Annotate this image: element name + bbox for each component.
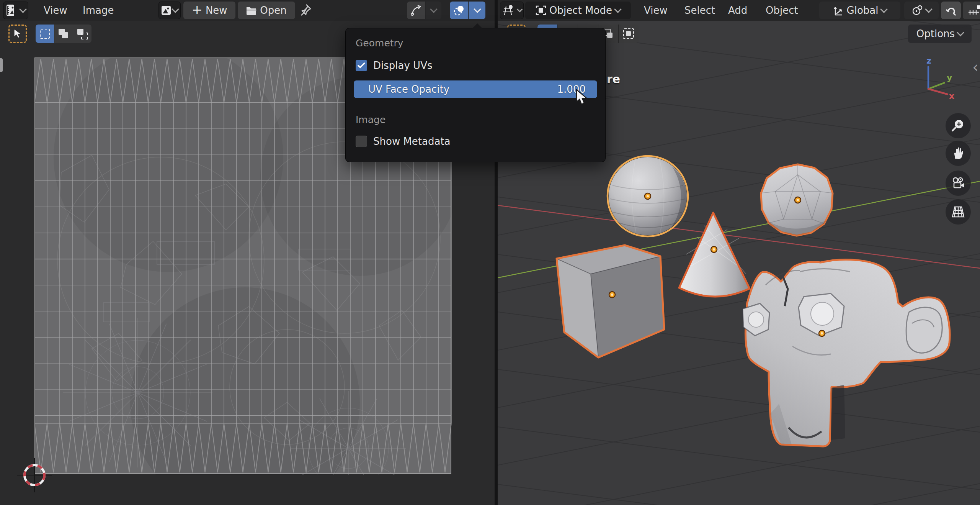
uv-2d-cursor: [17, 458, 52, 492]
zoom-button[interactable]: [946, 113, 971, 138]
pan-button[interactable]: [946, 141, 971, 166]
sidebar-collapse-arrow[interactable]: ‹: [972, 58, 978, 76]
menu-object[interactable]: Object: [762, 0, 802, 21]
chevron-down-icon: [19, 5, 27, 13]
options-dropdown[interactable]: Options: [908, 25, 972, 43]
subtract-squares-icon: [77, 28, 88, 39]
viewport-info-text-fragment: re: [607, 72, 620, 86]
display-uvs-row[interactable]: Display UVs: [356, 60, 432, 71]
folder-icon: [246, 6, 257, 15]
image-editor-icon: [6, 4, 17, 16]
chevron-down-icon: [172, 5, 179, 13]
hand-icon: [951, 146, 965, 160]
object-mode-icon: [536, 5, 546, 16]
magnet-icon: [945, 5, 957, 16]
cursor-arrow-icon: [13, 29, 22, 39]
viewport-header: Object Mode View Select Add Object Globa…: [498, 0, 980, 21]
pivot-point-icon: [911, 5, 923, 16]
chevron-down-icon: [516, 6, 523, 12]
select-mode-intersect[interactable]: [619, 25, 639, 43]
dashed-square-icon: [40, 29, 50, 39]
gizmo-y-label[interactable]: y: [947, 73, 952, 82]
menu-view[interactable]: View: [640, 0, 671, 21]
chevron-down-icon: [614, 5, 622, 13]
tweak-tool-button[interactable]: [8, 25, 27, 43]
select-mode-set[interactable]: [36, 25, 54, 43]
overlays-dropdown-button[interactable]: [469, 2, 485, 19]
proportional-editing-button[interactable]: [963, 2, 980, 19]
gizmo-y-axis: [928, 83, 944, 89]
transform-orientation-selector[interactable]: Global: [819, 2, 900, 19]
open-image-button[interactable]: Open: [238, 2, 295, 19]
snap-arc-icon: [410, 4, 422, 16]
popup-arrow: [472, 23, 483, 29]
camera-icon: [951, 176, 965, 190]
snap-arc-button[interactable]: [407, 2, 425, 19]
extend-squares-icon: [58, 28, 69, 39]
cube-object[interactable]: [557, 245, 664, 357]
menu-image[interactable]: Image: [79, 0, 118, 21]
chevron-down-icon: [925, 5, 933, 13]
show-metadata-checkbox[interactable]: [356, 136, 367, 147]
toolbar-edge-tab[interactable]: [0, 58, 3, 72]
menu-select[interactable]: Select: [681, 0, 719, 21]
transform-orientation-icon: [833, 5, 844, 16]
show-metadata-row[interactable]: Show Metadata: [356, 136, 451, 147]
mode-selector[interactable]: Object Mode: [525, 2, 631, 19]
snap-dropdown-button[interactable]: [426, 2, 441, 19]
ortho-toggle-button[interactable]: [946, 199, 971, 225]
menu-view[interactable]: View: [40, 0, 71, 21]
display-uvs-label: Display UVs: [373, 60, 432, 71]
snap-toggle-button[interactable]: [941, 2, 961, 19]
gizmo-x-label[interactable]: x: [949, 91, 954, 101]
chevron-down-icon: [957, 29, 964, 36]
viewport-editor-icon: [502, 4, 514, 16]
gizmo-z-label[interactable]: z: [926, 56, 931, 66]
display-uvs-checkbox[interactable]: [356, 60, 367, 71]
overlays-popup: Geometry Display UVs UV Face Opacity 1.0…: [345, 28, 606, 162]
overlays-icon: [453, 4, 465, 16]
uv-face-opacity-slider[interactable]: UV Face Opacity 1.000: [354, 80, 597, 98]
chevron-down-icon: [880, 5, 888, 13]
select-mode-group: [36, 25, 91, 43]
show-metadata-label: Show Metadata: [373, 136, 451, 147]
editor-type-button[interactable]: [3, 2, 28, 19]
menu-add[interactable]: Add: [724, 0, 751, 21]
check-icon: [358, 62, 365, 69]
blender-window: View Image + New Open: [0, 0, 980, 505]
editor-type-button[interactable]: [500, 2, 524, 19]
pivot-point-selector[interactable]: [904, 2, 939, 19]
zoom-icon: [951, 119, 965, 133]
suzanne-monkey-object[interactable]: [743, 260, 950, 446]
proportional-editing-icon: [968, 5, 980, 16]
pin-icon[interactable]: [299, 3, 312, 18]
new-image-button[interactable]: + New: [183, 2, 235, 19]
geometry-section-title: Geometry: [356, 38, 403, 49]
plus-icon: +: [191, 2, 203, 17]
camera-view-button[interactable]: [946, 171, 971, 196]
select-mode-extend[interactable]: [54, 25, 73, 43]
axis-gizmo[interactable]: z y x: [905, 54, 955, 103]
chevron-down-icon: [474, 5, 481, 13]
select-mode-subtract[interactable]: [73, 25, 91, 43]
image-icon: [161, 5, 171, 15]
image-section-title: Image: [356, 114, 385, 125]
chevron-down-icon: [430, 5, 438, 13]
browse-image-button[interactable]: [158, 2, 181, 19]
overlays-toggle-button[interactable]: [450, 2, 468, 19]
icosphere-object[interactable]: [761, 164, 833, 236]
uv-editor-header: View Image + New Open: [0, 0, 495, 21]
mouse-cursor: [575, 89, 591, 107]
gizmo-x-axis: [928, 89, 947, 94]
uv-face-opacity-label: UV Face Opacity: [368, 84, 449, 95]
grid-ortho-icon: [951, 205, 965, 218]
uv-sphere-object[interactable]: [608, 156, 688, 236]
